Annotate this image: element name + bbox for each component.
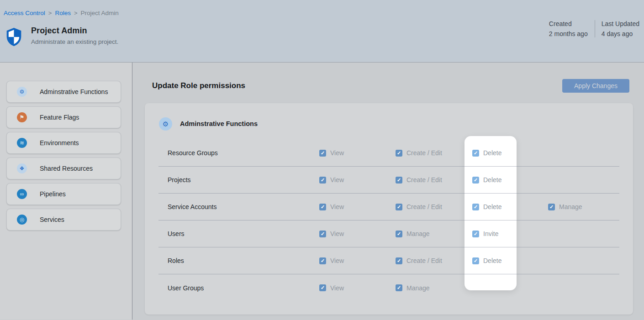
permission-service-accounts-view[interactable]: ✓View (319, 203, 344, 210)
permission-service-accounts-create-edit[interactable]: ✓Create / Edit (396, 203, 442, 210)
sidebar-item-services[interactable]: ◎Services (6, 209, 121, 231)
pipelines-icon: ∞ (17, 189, 27, 199)
permission-label: Create / Edit (406, 203, 442, 210)
permission-label: Create / Edit (406, 257, 442, 264)
check-icon: ✓ (397, 205, 401, 210)
permission-roles-view[interactable]: ✓View (319, 257, 344, 264)
check-icon: ✓ (474, 258, 478, 263)
check-icon: ✓ (321, 151, 325, 156)
breadcrumb-access-control[interactable]: Access Control (4, 10, 45, 16)
permission-label: Delete (483, 257, 501, 264)
checkbox-checked-icon[interactable]: ✓ (396, 204, 402, 210)
checkbox-checked-icon[interactable]: ✓ (319, 284, 326, 291)
role-meta: Created 2 months ago Last Updated 4 days… (549, 20, 639, 37)
check-icon: ✓ (397, 151, 401, 156)
permission-users-invite[interactable]: ✓Invite (472, 230, 498, 237)
permission-service-accounts-manage[interactable]: ✓Manage (548, 203, 582, 210)
checkbox-checked-icon[interactable]: ✓ (319, 257, 326, 264)
checkbox-checked-icon[interactable]: ✓ (396, 284, 402, 291)
permission-user-groups-view[interactable]: ✓View (319, 284, 344, 292)
services-icon: ◎ (17, 215, 27, 225)
flag-icon: ⚑ (17, 112, 27, 122)
permission-label: Delete (483, 149, 501, 157)
main-panel: Update Role permissions Apply Changes ⚙ … (132, 63, 644, 320)
gear-icon: ⚙ (159, 117, 172, 131)
checkbox-checked-icon[interactable]: ✓ (396, 150, 402, 157)
permission-users-view[interactable]: ✓View (319, 230, 344, 237)
permission-projects-view[interactable]: ✓View (319, 176, 344, 184)
permission-resource-groups-delete[interactable]: ✓Delete (472, 149, 501, 157)
check-icon: ✓ (321, 258, 325, 263)
check-icon: ✓ (321, 178, 325, 183)
permission-row-user-groups: User Groups✓View✓Manage (158, 274, 619, 301)
sidebar-item-shared-resources[interactable]: ❖Shared Resources (6, 157, 121, 179)
permission-projects-create-edit[interactable]: ✓Create / Edit (396, 176, 442, 184)
breadcrumb-roles[interactable]: Roles (55, 10, 71, 16)
checkbox-checked-icon[interactable]: ✓ (548, 204, 555, 210)
check-icon: ✓ (474, 178, 478, 183)
checkbox-checked-icon[interactable]: ✓ (472, 231, 479, 237)
chevron-right-icon: > (48, 10, 52, 16)
resource-name: Users (168, 230, 185, 237)
checkbox-checked-icon[interactable]: ✓ (472, 150, 479, 157)
permission-roles-create-edit[interactable]: ✓Create / Edit (396, 257, 442, 264)
permission-label: Manage (406, 230, 430, 237)
check-icon: ✓ (321, 231, 325, 236)
permission-label: Invite (483, 230, 498, 237)
resource-name: Projects (168, 176, 191, 184)
checkbox-checked-icon[interactable]: ✓ (319, 204, 326, 210)
created-label: Created (549, 20, 588, 27)
checkbox-checked-icon[interactable]: ✓ (396, 257, 402, 264)
check-icon: ✓ (321, 285, 325, 290)
checkbox-checked-icon[interactable]: ✓ (319, 177, 326, 184)
sidebar-item-label: Shared Resources (40, 165, 93, 172)
permission-service-accounts-delete[interactable]: ✓Delete (472, 203, 501, 210)
sidebar-item-label: Pipelines (40, 190, 66, 198)
check-icon: ✓ (397, 178, 401, 183)
chevron-right-icon: > (74, 10, 78, 16)
checkbox-checked-icon[interactable]: ✓ (396, 231, 402, 237)
breadcrumb: Access Control > Roles > Project Admin (4, 10, 119, 16)
role-shield-icon (6, 28, 21, 46)
sidebar-item-feature-flags[interactable]: ⚑Feature Flags (6, 106, 121, 128)
sidebar-item-label: Adminstrative Functions (40, 88, 108, 95)
sidebar-item-environments[interactable]: ≋Environments (6, 132, 121, 154)
resource-name: Service Accounts (168, 203, 216, 210)
permission-resource-groups-view[interactable]: ✓View (319, 149, 344, 157)
permission-label: Delete (483, 176, 501, 184)
permission-label: Manage (559, 203, 582, 210)
created-value: 2 months ago (549, 30, 588, 37)
checkbox-checked-icon[interactable]: ✓ (319, 231, 326, 237)
permission-row-service-accounts: Service Accounts✓View✓Create / Edit✓Dele… (158, 194, 619, 220)
checkbox-checked-icon[interactable]: ✓ (472, 177, 479, 184)
check-icon: ✓ (474, 231, 478, 236)
permission-user-groups-manage[interactable]: ✓Manage (396, 284, 430, 292)
sidebar-item-adminstrative-functions[interactable]: ⚙Adminstrative Functions (6, 81, 121, 103)
check-icon: ✓ (474, 151, 478, 156)
permission-projects-delete[interactable]: ✓Delete (472, 176, 501, 184)
sidebar-item-pipelines[interactable]: ∞Pipelines (6, 183, 121, 205)
sidebar-item-label: Feature Flags (40, 114, 79, 121)
permission-row-users: Users✓View✓Manage✓Invite (158, 220, 619, 247)
permission-label: Delete (483, 203, 501, 210)
checkbox-checked-icon[interactable]: ✓ (472, 204, 479, 210)
permission-label: View (330, 149, 344, 157)
resource-name: User Groups (168, 284, 204, 292)
apply-changes-button[interactable]: Apply Changes (562, 79, 629, 93)
last-updated-value: 4 days ago (602, 30, 639, 37)
checkbox-checked-icon[interactable]: ✓ (396, 177, 402, 184)
check-icon: ✓ (397, 231, 401, 236)
checkbox-checked-icon[interactable]: ✓ (319, 150, 326, 157)
permission-resource-groups-create-edit[interactable]: ✓Create / Edit (396, 149, 442, 157)
permission-roles-delete[interactable]: ✓Delete (472, 257, 501, 264)
checkbox-checked-icon[interactable]: ✓ (472, 257, 479, 264)
sidebar-item-label: Services (40, 216, 64, 223)
permission-row-projects: Projects✓View✓Create / Edit✓Delete (158, 167, 619, 194)
card-title: Adminstrative Functions (180, 120, 258, 127)
environments-icon: ≋ (17, 138, 27, 148)
permission-label: View (330, 176, 344, 184)
breadcrumb-current-page: Project Admin (81, 10, 119, 16)
permission-users-manage[interactable]: ✓Manage (396, 230, 430, 237)
permissions-card: ⚙ Adminstrative Functions Resource Group… (145, 103, 633, 315)
permission-row-resource-groups: Resource Groups✓View✓Create / Edit✓Delet… (158, 140, 619, 167)
